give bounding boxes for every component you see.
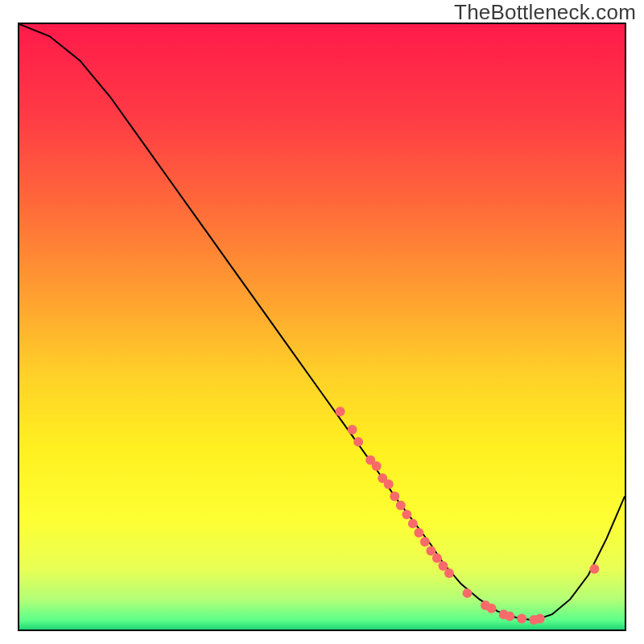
data-point-marker: [384, 480, 394, 489]
data-point-marker: [444, 568, 454, 578]
data-point-marker: [420, 537, 430, 547]
attribution-text: TheBottleneck.com: [454, 0, 636, 25]
data-point-marker: [402, 510, 411, 519]
data-point-marker: [348, 425, 357, 435]
data-point-marker: [463, 588, 473, 598]
data-point-marker: [390, 492, 399, 502]
data-point-marker: [432, 553, 442, 563]
chart-plot-area: [18, 23, 626, 631]
bottleneck-curve: [19, 24, 625, 621]
data-point-marker: [414, 528, 423, 538]
data-point-marker: [353, 437, 363, 447]
data-point-marker: [517, 613, 526, 623]
chart-curve-layer: [19, 24, 625, 630]
data-point-marker: [396, 501, 406, 510]
data-point-marker: [408, 518, 418, 528]
data-point-marker: [372, 461, 382, 471]
data-point-marker: [336, 407, 345, 416]
data-point-marker: [505, 611, 514, 621]
data-point-marker: [487, 604, 497, 613]
data-point-marker: [589, 564, 599, 574]
data-point-marker: [535, 613, 545, 623]
